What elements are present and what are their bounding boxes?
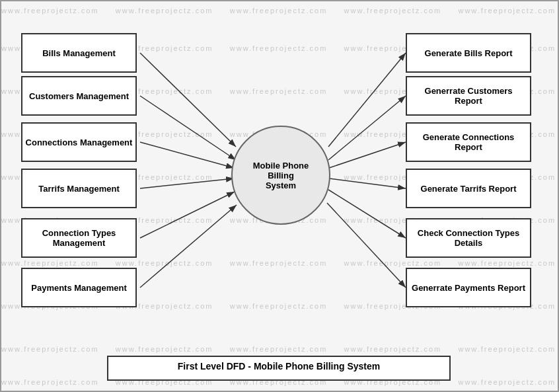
- watermark-7: www.freeprojectz.com www.freeprojectz.co…: [1, 259, 558, 267]
- svg-line-6: [140, 205, 237, 288]
- svg-line-9: [329, 142, 406, 168]
- svg-line-12: [327, 203, 406, 288]
- bills-management-label: Bills Management: [42, 48, 116, 58]
- diagram-title: First Level DFD - Mobile Phone Billing S…: [178, 361, 381, 372]
- svg-line-3: [140, 142, 234, 168]
- center-circle: Mobile PhoneBillingSystem: [231, 126, 330, 225]
- generate-payments-report-box: Generrate Payments Report: [406, 268, 531, 307]
- generate-connections-report-label: Generate Connections Report: [410, 132, 527, 152]
- svg-line-5: [140, 192, 235, 238]
- generate-bills-report-box: Generate Bills Report: [406, 33, 531, 73]
- watermark-9: www.freeprojectz.com www.freeprojectz.co…: [1, 345, 558, 353]
- center-circle-label: Mobile PhoneBillingSystem: [253, 161, 309, 190]
- check-connection-types-box: Check Connection Types Details: [406, 218, 531, 258]
- generate-tarrifs-report-box: Generate Tarrifs Report: [406, 169, 531, 208]
- connection-types-management-box: Connection Types Management: [21, 218, 137, 258]
- payments-management-label: Payments Management: [31, 283, 127, 293]
- tarrifs-management-box: Tarrifs Management: [21, 169, 137, 208]
- connection-types-management-label: Connection Types Management: [25, 228, 133, 248]
- generate-connections-report-box: Generate Connections Report: [406, 122, 531, 162]
- svg-line-8: [328, 96, 406, 160]
- svg-line-11: [328, 190, 406, 238]
- generate-customers-report-label: Generrate Customers Report: [410, 86, 527, 106]
- svg-line-10: [329, 178, 406, 188]
- svg-line-1: [140, 53, 236, 147]
- generate-bills-report-label: Generate Bills Report: [425, 48, 513, 58]
- customers-management-label: Customers Management: [29, 91, 129, 101]
- connections-management-label: Connections Management: [26, 137, 133, 147]
- customers-management-box: Customers Management: [21, 76, 137, 116]
- watermark-1: www.freeprojectz.com www.freeprojectz.co…: [1, 7, 558, 15]
- connections-management-box: Connections Management: [21, 122, 137, 162]
- payments-management-box: Payments Management: [21, 268, 137, 307]
- generate-payments-report-label: Generrate Payments Report: [412, 283, 525, 293]
- caption-box: First Level DFD - Mobile Phone Billing S…: [107, 356, 451, 381]
- svg-line-4: [140, 178, 234, 188]
- tarrifs-management-label: Tarrifs Management: [38, 184, 120, 194]
- check-connection-types-label: Check Connection Types Details: [410, 228, 527, 248]
- bills-management-box: Bills Management: [21, 33, 137, 73]
- generate-tarrifs-report-label: Generate Tarrifs Report: [421, 184, 517, 194]
- main-container: www.freeprojectz.com www.freeprojectz.co…: [0, 0, 559, 392]
- svg-line-7: [328, 53, 406, 147]
- generate-customers-report-box: Generrate Customers Report: [406, 76, 531, 116]
- svg-line-2: [140, 96, 236, 160]
